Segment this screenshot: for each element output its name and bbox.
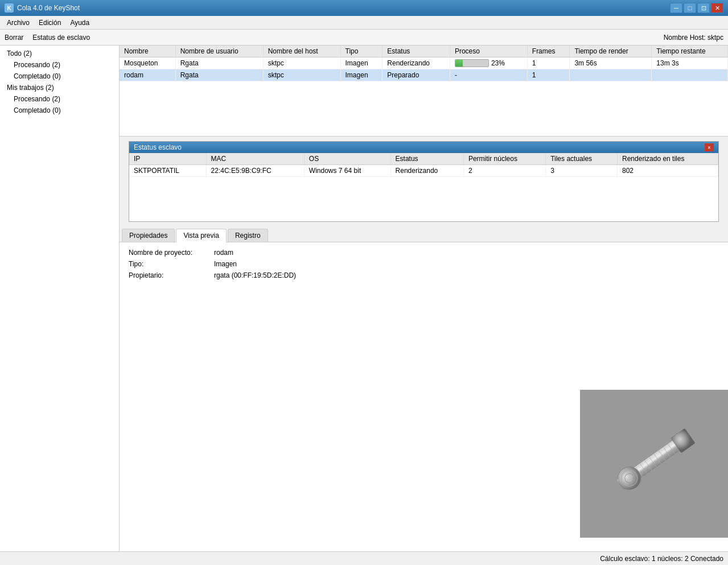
slave-cell-tiles_actuales: 3 — [546, 165, 618, 177]
col-estatus: Estatus — [382, 46, 450, 57]
title-bar: K Cola 4.0 de KeyShot ─ □ ⊡ ✕ — [0, 0, 728, 16]
sidebar-item-completado-0[interactable]: Completado (0) — [0, 71, 119, 82]
slave-cell-mac: 22:4C:E5:9B:C9:FC — [206, 165, 304, 177]
col-tipo: Tipo — [340, 46, 382, 57]
slave-table-header-row: IP MAC OS Estatus Permitir núcleos Tiles… — [129, 153, 718, 165]
close-button[interactable]: ✕ — [711, 3, 723, 13]
sidebar-item-mis-trabajos[interactable]: Mis trabajos (2) — [0, 82, 119, 93]
cell-usuario: Rgata — [175, 69, 263, 81]
tab-registro[interactable]: Registro — [228, 229, 268, 242]
cell-nombre: Mosqueton — [120, 57, 175, 69]
prop-value-propietario: rgata (00:FF:19:5D:2E:DD) — [214, 271, 296, 279]
slave-close-button[interactable]: × — [705, 143, 714, 151]
title-controls: ─ □ ⊡ ✕ — [670, 3, 723, 13]
cell-tiempo-restante — [652, 69, 728, 81]
cell-tiempo-restante: 13m 3s — [652, 57, 728, 69]
status-bar: Cálculo esclavo: 1 núcleos: 2 Conectado — [0, 551, 728, 565]
col-frames: Frames — [527, 46, 570, 57]
cell-usuario: Rgata — [175, 57, 263, 69]
sidebar-item-todo[interactable]: Todo (2) — [0, 48, 119, 59]
slave-cell-ip: SKTPORTATIL — [129, 165, 206, 177]
tab-propiedades[interactable]: Propiedades — [122, 229, 175, 242]
lower-content: Nombre de proyecto: rodam Tipo: Imagen P… — [120, 242, 728, 551]
prop-row-proyecto: Nombre de proyecto: rodam — [129, 247, 719, 258]
cell-nombre: rodam — [120, 69, 175, 81]
slave-table: IP MAC OS Estatus Permitir núcleos Tiles… — [129, 153, 718, 177]
prop-value-proyecto: rodam — [214, 249, 233, 257]
preview-image — [580, 390, 728, 538]
window-title: Cola 4.0 de KeyShot — [17, 4, 80, 12]
sidebar-item-procesando-1[interactable]: Procesando (2) — [0, 93, 119, 105]
col-proceso: Proceso — [450, 46, 527, 57]
slave-table-body: SKTPORTATIL22:4C:E5:9B:C9:FCWindows 7 64… — [129, 165, 718, 177]
cell-tiempo-render — [570, 69, 652, 81]
cell-proceso: - — [450, 69, 527, 81]
tabs-bar: Propiedades Vista previa Registro — [120, 226, 728, 242]
col-nombre: Nombre — [120, 46, 175, 57]
slave-status-dialog: Estatus esclavo × IP MAC OS Estatus Perm… — [129, 141, 719, 222]
tab-vista-previa[interactable]: Vista previa — [176, 229, 226, 242]
col-tiempo-restante: Tiempo restante — [652, 46, 728, 57]
slave-status-titlebar: Estatus esclavo × — [129, 142, 718, 153]
table-row[interactable]: MosquetonRgatasktpcImagenRenderizando23%… — [120, 57, 728, 69]
maximize-button[interactable]: ⊡ — [697, 3, 710, 13]
prop-label-tipo: Tipo: — [129, 260, 214, 268]
slave-col-tiles-actuales: Tiles actuales — [546, 153, 618, 165]
status-bar-text: Cálculo esclavo: 1 núcleos: 2 Conectado — [600, 555, 723, 563]
jobs-table-header-row: Nombre Nombre de usuario Nombre del host… — [120, 46, 728, 57]
slave-cell-nucleos: 2 — [463, 165, 545, 177]
cell-host: sktpc — [263, 69, 340, 81]
jobs-table-container: Nombre Nombre de usuario Nombre del host… — [120, 46, 728, 137]
preview-image-container — [580, 390, 728, 538]
content-area: Nombre Nombre de usuario Nombre del host… — [120, 46, 728, 551]
cell-proceso: 23% — [450, 57, 527, 69]
toolbar-status-label: Estatus de esclavo — [32, 34, 90, 42]
cell-frames: 1 — [527, 57, 570, 69]
prop-label-proyecto: Nombre de proyecto: — [129, 249, 214, 257]
menu-ayuda[interactable]: Ayuda — [65, 17, 94, 28]
sidebar-item-completado-1[interactable]: Completado (0) — [0, 105, 119, 116]
cell-tipo: Imagen — [340, 69, 382, 81]
cell-frames: 1 — [527, 69, 570, 81]
cell-estatus: Preparado — [382, 69, 450, 81]
borrar-button[interactable]: Borrar — [5, 34, 23, 42]
prop-row-propietario: Propietario: rgata (00:FF:19:5D:2E:DD) — [129, 270, 719, 281]
main-layout: Todo (2) Procesando (2) Completado (0) M… — [0, 46, 728, 551]
slave-cell-tiles_render: 802 — [618, 165, 718, 177]
slave-col-estatus: Estatus — [390, 153, 463, 165]
menu-archivo[interactable]: Archivo — [2, 17, 34, 28]
slave-col-ip: IP — [129, 153, 206, 165]
slave-col-os: OS — [304, 153, 390, 165]
hostname-display: Nombre Host: sktpc — [664, 34, 723, 42]
cell-tiempo-render: 3m 56s — [570, 57, 652, 69]
slave-col-tiles-render: Renderizado en tiles — [618, 153, 718, 165]
col-tiempo-render: Tiempo de render — [570, 46, 652, 57]
col-host: Nombre del host — [263, 46, 340, 57]
prop-label-propietario: Propietario: — [129, 271, 214, 279]
cell-host: sktpc — [263, 57, 340, 69]
cell-tipo: Imagen — [340, 57, 382, 69]
properties-panel: Nombre de proyecto: rodam Tipo: Imagen P… — [120, 242, 728, 286]
minimize-button[interactable]: ─ — [670, 3, 682, 13]
menu-edicion[interactable]: Edición — [34, 17, 65, 28]
slave-col-mac: MAC — [206, 153, 304, 165]
table-row[interactable]: rodamRgatasktpcImagenPreparado-1 — [120, 69, 728, 81]
toolbar: Borrar Estatus de esclavo Nombre Host: s… — [0, 30, 728, 46]
cell-estatus: Renderizando — [382, 57, 450, 69]
prop-value-tipo: Imagen — [214, 260, 237, 268]
slave-table-area: IP MAC OS Estatus Permitir núcleos Tiles… — [129, 153, 718, 221]
slave-cell-estatus: Renderizando — [390, 165, 463, 177]
table-row[interactable]: SKTPORTATIL22:4C:E5:9B:C9:FCWindows 7 64… — [129, 165, 718, 177]
title-bar-left: K Cola 4.0 de KeyShot — [5, 3, 80, 13]
slave-col-nucleos: Permitir núcleos — [463, 153, 545, 165]
jobs-table: Nombre Nombre de usuario Nombre del host… — [120, 46, 728, 81]
restore-button[interactable]: □ — [684, 3, 696, 13]
sidebar: Todo (2) Procesando (2) Completado (0) M… — [0, 46, 120, 551]
col-usuario: Nombre de usuario — [175, 46, 263, 57]
prop-row-tipo: Tipo: Imagen — [129, 258, 719, 270]
lower-section: Propiedades Vista previa Registro Nombre… — [120, 226, 728, 551]
app-icon: K — [5, 3, 14, 13]
jobs-table-body: MosquetonRgatasktpcImagenRenderizando23%… — [120, 57, 728, 81]
sidebar-item-procesando-0[interactable]: Procesando (2) — [0, 59, 119, 71]
menu-bar: Archivo Edición Ayuda — [0, 16, 728, 30]
